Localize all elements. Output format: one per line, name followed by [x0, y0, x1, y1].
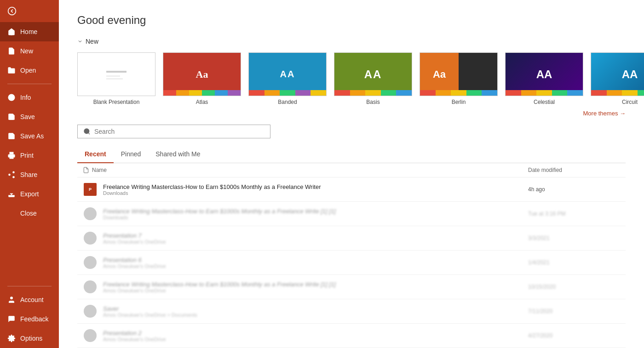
file-info: Presentation 2 Amos Onwukwe's OneDrive — [103, 330, 528, 342]
col-name-header: Name — [83, 167, 528, 173]
svg-rect-18 — [106, 75, 120, 77]
file-path: Amos Onwukwe's OneDrive > Documents — [103, 312, 528, 318]
file-rows-container: P Freelance Writing Masterclass-How to E… — [77, 177, 626, 348]
template-celestial-label: Celestial — [534, 99, 555, 105]
search-input[interactable] — [94, 128, 264, 135]
sidebar-saveas-label: Save As — [20, 132, 44, 140]
svg-point-0 — [8, 7, 16, 15]
sidebar-save-label: Save — [20, 113, 35, 120]
file-date: 4h ago — [528, 186, 620, 193]
template-thumb-berlin: Aa — [420, 52, 498, 96]
template-celestial[interactable]: AA Celestial — [505, 52, 583, 105]
file-path: Downloads — [103, 215, 528, 220]
template-thumb-atlas: Aa — [163, 52, 241, 96]
sidebar-info-label: Info — [20, 94, 31, 101]
tab-pinned[interactable]: Pinned — [114, 146, 149, 163]
table-row[interactable]: Freelance Writing Masterclass-How to Ear… — [77, 202, 626, 226]
template-berlin-label: Berlin — [452, 99, 466, 105]
file-info: Freelance Writing Masterclass-How to Ear… — [103, 281, 528, 293]
tab-recent[interactable]: Recent — [77, 146, 114, 163]
pptx-icon: P — [84, 183, 97, 196]
svg-line-10 — [10, 175, 12, 177]
sidebar-export-label: Export — [20, 190, 39, 198]
file-info: Saver Amos Onwukwe's OneDrive > Document… — [103, 305, 528, 318]
template-circuit[interactable]: AA Circuit — [591, 52, 644, 105]
templates-row: Blank Presentation Aa Atlas — [77, 52, 626, 105]
sidebar-item-open[interactable]: Open — [0, 61, 59, 80]
pptx-blurred-icon — [84, 329, 97, 342]
file-date: 3/3/2021 — [528, 235, 620, 241]
svg-line-14 — [10, 211, 14, 216]
file-path: Downloads — [103, 190, 528, 196]
sidebar-item-print[interactable]: Print — [0, 146, 59, 165]
new-section-label: New — [86, 38, 98, 45]
pptx-blurred-icon — [84, 232, 97, 245]
file-name: Presentation 7 — [103, 232, 528, 239]
file-icon — [83, 206, 98, 221]
file-icon — [83, 231, 98, 245]
template-atlas[interactable]: Aa Atlas — [163, 52, 241, 105]
svg-point-9 — [12, 176, 15, 178]
file-icon — [83, 328, 98, 343]
search-icon — [83, 128, 91, 135]
template-thumb-banded: AA — [248, 52, 327, 96]
svg-line-13 — [10, 211, 14, 216]
file-info: Freelance Writing Masterclass-How to Ear… — [103, 208, 528, 220]
file-name: Presentation 6 — [103, 257, 528, 263]
table-row[interactable]: Presentation 2 Amos Onwukwe's OneDrive 4… — [77, 324, 626, 348]
more-themes-link[interactable]: More themes → — [77, 109, 626, 117]
sidebar-item-account[interactable]: Account — [0, 290, 59, 309]
template-thumb-celestial: AA — [505, 52, 583, 96]
sidebar-item-home[interactable]: Home — [0, 22, 59, 41]
file-date: 7/11/2020 — [528, 308, 620, 314]
file-icon — [83, 304, 98, 319]
more-themes-text[interactable]: More themes → — [583, 110, 626, 117]
sidebar-item-save[interactable]: Save — [0, 107, 59, 126]
col-date-header: Date modified — [528, 167, 620, 173]
template-banded[interactable]: AA Banded — [248, 52, 327, 105]
sidebar-new-label: New — [20, 47, 33, 55]
svg-point-7 — [12, 171, 15, 174]
table-row[interactable]: Freelance Writing Masterclass-How to Ear… — [77, 275, 626, 299]
main-content: Good evening New Blank Presentation Aa — [59, 0, 644, 348]
sidebar-print-label: Print — [20, 152, 34, 159]
file-icon: P — [83, 182, 98, 197]
template-berlin[interactable]: Aa Berlin — [420, 52, 498, 105]
table-row[interactable]: P Freelance Writing Masterclass-How to E… — [77, 177, 626, 202]
template-blank[interactable]: Blank Presentation — [77, 52, 155, 105]
template-circuit-label: Circuit — [622, 99, 638, 105]
greeting-text: Good evening — [77, 14, 626, 27]
table-row[interactable]: Saver Amos Onwukwe's OneDrive > Document… — [77, 299, 626, 324]
pptx-blurred-icon — [84, 280, 97, 293]
col-name-label: Name — [92, 167, 107, 173]
sidebar-close-label: Close — [20, 210, 37, 217]
file-path: Amos Onwukwe's OneDrive — [103, 263, 528, 269]
new-section-toggle[interactable]: New — [77, 38, 626, 45]
sidebar-item-feedback[interactable]: Feedback — [0, 309, 59, 329]
file-path: Amos Onwukwe's OneDrive — [103, 288, 528, 293]
sidebar-item-share[interactable]: Share — [0, 165, 59, 184]
search-box — [77, 125, 270, 138]
sidebar-item-new[interactable]: New — [0, 41, 59, 61]
file-date: Tue at 3:16 PM — [528, 211, 620, 217]
table-row[interactable]: Presentation 6 Amos Onwukwe's OneDrive 1… — [77, 251, 626, 275]
svg-line-21 — [88, 133, 90, 134]
sidebar-item-info[interactable]: Info — [0, 88, 59, 107]
template-banded-label: Banded — [278, 99, 297, 105]
file-icon — [83, 255, 98, 270]
template-basis[interactable]: AA Basis — [334, 52, 412, 105]
sidebar-item-export[interactable]: Export — [0, 184, 59, 204]
tab-shared[interactable]: Shared with Me — [148, 146, 207, 163]
svg-line-11 — [10, 173, 12, 174]
sidebar-item-save-as[interactable]: Save As — [0, 126, 59, 146]
file-name: Saver — [103, 305, 528, 312]
table-row[interactable]: Presentation 7 Amos Onwukwe's OneDrive 3… — [77, 226, 626, 251]
pptx-blurred-icon — [84, 207, 97, 220]
svg-point-15 — [10, 297, 13, 299]
sidebar: Home New Open Info Save Save As Print Sh… — [0, 0, 59, 348]
sidebar-item-close[interactable]: Close — [0, 204, 59, 223]
sidebar-item-options[interactable]: Options — [0, 329, 59, 348]
file-header-icon — [83, 167, 89, 173]
back-button[interactable] — [0, 0, 59, 22]
sidebar-open-label: Open — [20, 67, 36, 74]
